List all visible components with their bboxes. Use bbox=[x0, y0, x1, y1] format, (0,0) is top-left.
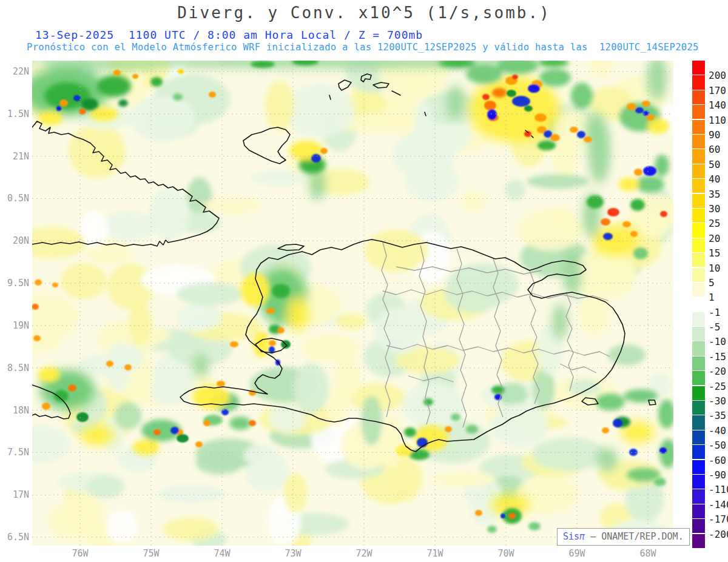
colorbar-cell bbox=[692, 386, 705, 400]
colorbar-cell bbox=[692, 297, 705, 311]
colorbar-cell bbox=[692, 534, 705, 548]
colorbar-cell bbox=[692, 341, 705, 355]
lat-label: 18N bbox=[1, 405, 29, 416]
colorbar-label: 20 bbox=[709, 232, 720, 244]
lat-label: 0.5N bbox=[1, 193, 29, 204]
colorbar-cell bbox=[692, 475, 705, 489]
colorbar-label: 200 bbox=[709, 70, 726, 81]
watermark-badge: Sisπ – ONAMET/REP.DOM. bbox=[557, 528, 690, 546]
colorbar-label: -200 bbox=[709, 528, 728, 540]
colorbar-label: -40 bbox=[709, 424, 726, 436]
colorbar-label: -110 bbox=[709, 484, 728, 495]
lon-label: 75W bbox=[143, 548, 159, 559]
colorbar-label: 40 bbox=[709, 173, 720, 185]
colorbar-label: 90 bbox=[709, 129, 720, 140]
colorbar-cell bbox=[692, 268, 705, 282]
lat-label: 17N bbox=[1, 489, 29, 500]
datetime-line: 13-Sep-2025 1100 UTC / 8:00 am Hora Loca… bbox=[35, 28, 423, 41]
map-canvas bbox=[32, 61, 673, 546]
colorbar-label: -35 bbox=[709, 410, 726, 421]
lat-label: 8.5N bbox=[1, 363, 29, 373]
colorbar-label: 30 bbox=[709, 202, 720, 214]
colorbar-cell bbox=[692, 519, 705, 533]
colorbar-label: 35 bbox=[709, 188, 720, 199]
colorbar-cell bbox=[692, 430, 705, 444]
colorbar-cell bbox=[692, 489, 705, 503]
colorbar-label: 1 bbox=[709, 292, 715, 303]
map-plot bbox=[32, 61, 673, 546]
colorbar-cell bbox=[692, 209, 705, 222]
colorbar-cell bbox=[692, 194, 705, 208]
colorbar-cell bbox=[692, 164, 705, 178]
colorbar-cell bbox=[692, 401, 705, 415]
colorbar-label: -1 bbox=[709, 306, 720, 318]
colorbar bbox=[692, 61, 705, 549]
colorbar-label: 140 bbox=[709, 99, 726, 111]
colorbar-cell bbox=[692, 445, 705, 459]
colorbar-cell bbox=[692, 105, 705, 119]
colorbar-cell bbox=[692, 371, 705, 385]
model-forecast-line: Pronóstico con el Modelo Atmósferico WRF… bbox=[27, 42, 699, 53]
colorbar-cell bbox=[692, 460, 705, 474]
watermark-org: – ONAMET/REP.DOM. bbox=[585, 531, 684, 542]
colorbar-label: -15 bbox=[709, 350, 726, 362]
lon-label: 76W bbox=[72, 548, 88, 559]
lon-label: 68W bbox=[639, 548, 656, 559]
colorbar-label: -5 bbox=[709, 321, 720, 333]
watermark-brand: Sis bbox=[563, 531, 579, 542]
lat-label: 9.5N bbox=[1, 278, 29, 289]
colorbar-label: -25 bbox=[709, 380, 726, 392]
weather-map-page: Diverg. y Conv. x10^5 (1/s,somb.) 13-Sep… bbox=[0, 0, 728, 562]
lat-label: 7.5N bbox=[1, 447, 29, 458]
colorbar-label: -30 bbox=[709, 395, 726, 407]
colorbar-label: -50 bbox=[709, 440, 726, 451]
colorbar-cell bbox=[692, 149, 705, 163]
colorbar-cell bbox=[692, 327, 705, 341]
colorbar-label: -60 bbox=[709, 454, 726, 466]
colorbar-cell bbox=[692, 179, 705, 193]
lon-label: 70W bbox=[497, 548, 514, 559]
colorbar-cell bbox=[692, 135, 705, 149]
colorbar-cell bbox=[692, 120, 705, 134]
colorbar-label: 10 bbox=[709, 262, 720, 273]
lon-label: 71W bbox=[426, 548, 443, 559]
colorbar-label: 15 bbox=[709, 247, 720, 259]
colorbar-cell bbox=[692, 223, 705, 237]
colorbar-label: -170 bbox=[709, 513, 728, 525]
colorbar-label: 60 bbox=[709, 144, 720, 155]
lon-label: 72W bbox=[356, 548, 372, 559]
lat-label: 22N bbox=[1, 66, 29, 77]
colorbar-label: 110 bbox=[709, 114, 726, 125]
colorbar-cell bbox=[692, 61, 705, 75]
lon-label: 73W bbox=[285, 548, 301, 559]
lon-label: 69W bbox=[568, 548, 585, 559]
colorbar-cell bbox=[692, 283, 705, 296]
colorbar-label: 25 bbox=[709, 218, 720, 229]
colorbar-label: -20 bbox=[709, 366, 726, 377]
colorbar-label: 5 bbox=[709, 276, 715, 288]
colorbar-label: -140 bbox=[709, 498, 728, 510]
colorbar-cell bbox=[692, 238, 705, 252]
colorbar-cell bbox=[692, 90, 705, 104]
page-title: Diverg. y Conv. x10^5 (1/s,somb.) bbox=[0, 4, 728, 22]
colorbar-cell bbox=[692, 75, 705, 89]
colorbar-cell bbox=[692, 356, 705, 370]
lat-label: 19N bbox=[1, 320, 29, 331]
lat-label: 20N bbox=[1, 235, 29, 246]
colorbar-cell bbox=[692, 504, 705, 518]
pi-icon: π bbox=[579, 531, 585, 542]
lat-label: 21N bbox=[1, 151, 29, 162]
colorbar-cell bbox=[692, 312, 705, 326]
colorbar-label: -90 bbox=[709, 469, 726, 481]
colorbar-cell bbox=[692, 415, 705, 429]
colorbar-label: 50 bbox=[709, 158, 720, 170]
colorbar-label: -10 bbox=[709, 336, 726, 347]
lon-label: 74W bbox=[214, 548, 230, 559]
colorbar-label: 170 bbox=[709, 84, 726, 96]
lat-label: 1.5N bbox=[1, 109, 29, 119]
lat-label: 6.5N bbox=[1, 532, 29, 543]
colorbar-cell bbox=[692, 253, 705, 267]
